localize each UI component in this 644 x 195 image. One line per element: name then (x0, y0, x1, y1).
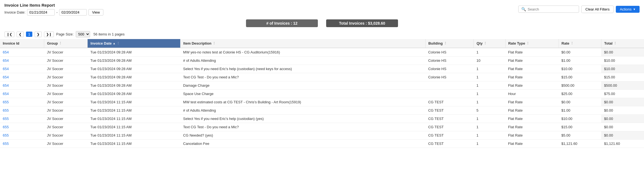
col-rate-menu-icon[interactable]: ⋮ (570, 42, 574, 45)
col-item-description-menu-icon[interactable]: ⋮ (213, 42, 216, 45)
cell-building: Colonie HS (425, 65, 474, 73)
date-from-input[interactable] (27, 9, 55, 16)
cell-rate: $1,121.60 (559, 140, 601, 148)
cell-invoice-date: Tue 01/23/2024 11:15 AM (88, 140, 180, 148)
col-group-label: Group (47, 41, 58, 45)
cell-rate: $500.00 (559, 81, 601, 90)
table-row: 654 JV Soccer Tue 01/23/2024 09:28 AM MW… (0, 48, 644, 57)
col-invoice-id[interactable]: Invoice Id (0, 39, 44, 48)
cell-item-description: Select Yes if you need Eric's help (cust… (180, 115, 426, 123)
table-row: 654 JV Soccer Tue 01/23/2024 09:28 AM Sp… (0, 90, 644, 98)
table-row: 655 JV Soccer Tue 01/23/2024 11:15 AM # … (0, 106, 644, 115)
cell-rate-type: Flat Rate (505, 98, 559, 106)
cell-invoice-date: Tue 01/23/2024 11:15 AM (88, 131, 180, 140)
invoices-summary: # of Invoices : 12 (246, 19, 318, 27)
cell-group: JV Soccer (44, 131, 88, 140)
col-total-menu-icon[interactable]: ⋮ (614, 42, 617, 45)
page-size-label: Page Size: (56, 32, 74, 36)
cell-item-description: CG Needed? (yes) (180, 131, 426, 140)
cell-invoice-date: Tue 01/23/2024 09:28 AM (88, 65, 180, 73)
cell-invoice-id: 655 (0, 131, 44, 140)
cell-invoice-id: 655 (0, 123, 44, 131)
table-body: 654 JV Soccer Tue 01/23/2024 09:28 AM MW… (0, 48, 644, 148)
col-building-menu-icon[interactable]: ⋮ (444, 42, 447, 45)
page-size-select[interactable]: 500 100 250 (76, 31, 90, 37)
cell-invoice-id: 654 (0, 48, 44, 57)
prev-page-button[interactable]: ❮ (17, 32, 24, 37)
cell-item-description: MW test estimated costs at CG TEST - Chr… (180, 98, 426, 106)
cell-qty: 1 (474, 115, 505, 123)
top-bar: Invoice Line Items Report Invoice Date: … (0, 0, 644, 17)
actions-button[interactable]: Actions ▼ (616, 6, 640, 13)
table-row: 655 JV Soccer Tue 01/23/2024 11:15 AM Te… (0, 123, 644, 131)
table-row: 654 JV Soccer Tue 01/23/2024 09:28 AM # … (0, 57, 644, 65)
cell-qty: 1 (474, 98, 505, 106)
chevron-down-icon: ▼ (633, 8, 636, 11)
col-rate[interactable]: Rate ⋮ (559, 39, 601, 48)
col-qty-menu-icon[interactable]: ⋮ (484, 42, 487, 45)
col-invoice-date-menu-icon[interactable]: ⋮ (117, 42, 120, 45)
search-icon: 🔍 (521, 7, 526, 11)
date-filter: Invoice Date: - View (4, 9, 103, 16)
cell-group: JV Soccer (44, 115, 88, 123)
view-button[interactable]: View (88, 9, 103, 16)
clear-filters-button[interactable]: Clear All Filters (581, 6, 614, 13)
col-rate-type-menu-icon[interactable]: ⋮ (526, 42, 529, 45)
col-group-menu-icon[interactable]: ⋮ (59, 42, 62, 45)
first-page-button[interactable]: ❙❮ (4, 32, 14, 37)
summary-bar: # of Invoices : 12 Total Invoices : $3,0… (0, 17, 644, 29)
cell-rate-type: Flat Rate (505, 140, 559, 148)
col-total[interactable]: Total ⋮ (601, 39, 644, 48)
top-left: Invoice Line Items Report Invoice Date: … (4, 3, 103, 16)
date-label: Invoice Date: (4, 10, 25, 14)
cell-invoice-id: 654 (0, 65, 44, 73)
table-row: 655 JV Soccer Tue 01/23/2024 11:15 AM CG… (0, 131, 644, 140)
table-row: 654 JV Soccer Tue 01/23/2024 09:28 AM Se… (0, 65, 644, 73)
cell-invoice-date: Tue 01/23/2024 11:15 AM (88, 106, 180, 115)
cell-qty: 10 (474, 57, 505, 65)
date-to-input[interactable] (59, 9, 87, 16)
cell-rate: $0.00 (559, 98, 601, 106)
cell-building: CG TEST (425, 123, 474, 131)
current-page-button[interactable]: 1 (26, 32, 32, 37)
cell-invoice-date: Tue 01/23/2024 11:15 AM (88, 123, 180, 131)
table-wrapper: Invoice Id Group ⋮ Invoice Date ▲ ⋮ (0, 39, 644, 148)
next-page-button[interactable]: ❯ (35, 32, 42, 37)
table-row: 655 JV Soccer Tue 01/23/2024 11:15 AM MW… (0, 98, 644, 106)
cell-rate-type: Flat Rate (505, 73, 559, 81)
cell-rate: $15.00 (559, 73, 601, 81)
cell-invoice-id: 654 (0, 90, 44, 98)
cell-group: JV Soccer (44, 106, 88, 115)
col-item-description[interactable]: Item Description ⋮ (180, 39, 426, 48)
cell-rate-type: Flat Rate (505, 81, 559, 90)
col-invoice-date[interactable]: Invoice Date ▲ ⋮ (88, 39, 180, 48)
search-input[interactable] (528, 7, 576, 11)
cell-item-description: Text CG Test - Do you need a Mic? (180, 73, 426, 81)
col-rate-type[interactable]: Rate Type ⋮ (505, 39, 559, 48)
col-qty[interactable]: Qty ⋮ (474, 39, 505, 48)
cell-item-description: # of Adults Attending (180, 106, 426, 115)
col-group[interactable]: Group ⋮ (44, 39, 88, 48)
col-building[interactable]: Building ⋮ (425, 39, 474, 48)
cell-rate-type: Flat Rate (505, 48, 559, 57)
cell-rate: $10.00 (559, 115, 601, 123)
cell-building: Colonie HS (425, 73, 474, 81)
cell-rate: $15.00 (559, 123, 601, 131)
date-separator: - (56, 10, 57, 14)
search-box: 🔍 (518, 6, 579, 13)
table-row: 655 JV Soccer Tue 01/23/2024 11:15 AM Se… (0, 115, 644, 123)
cell-item-description: Text CG Test - Do you need a Mic? (180, 123, 426, 131)
cell-invoice-id: 654 (0, 81, 44, 90)
last-page-button[interactable]: ❯❙ (44, 32, 54, 37)
cell-group: JV Soccer (44, 123, 88, 131)
cell-qty: 1 (474, 81, 505, 90)
cell-rate-type: Flat Rate (505, 123, 559, 131)
cell-rate-type: Hour (505, 90, 559, 98)
cell-invoice-id: 654 (0, 73, 44, 81)
cell-invoice-id: 655 (0, 115, 44, 123)
cell-invoice-date: Tue 01/23/2024 09:28 AM (88, 73, 180, 81)
cell-total: $10.00 (601, 57, 644, 65)
cell-total: $0.00 (601, 123, 644, 131)
cell-rate: $10.00 (559, 65, 601, 73)
cell-qty: 1 (474, 48, 505, 57)
